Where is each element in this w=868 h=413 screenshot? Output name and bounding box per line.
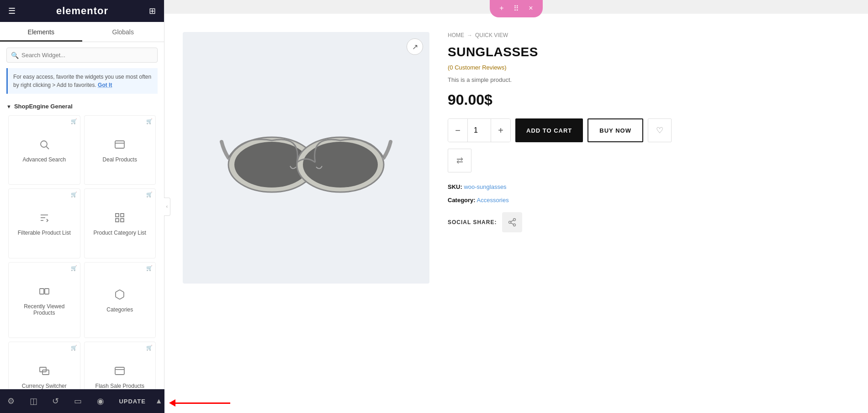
widget-corner-icon-6: 🛒 [146,265,153,271]
breadcrumb-home[interactable]: HOME [448,32,464,38]
recently-viewed-icon [39,286,50,300]
widget-label-filterable: Filterable Product List [18,230,71,236]
category-label: Category: [448,197,476,204]
search-bar-container: 🔍 [0,42,164,68]
svg-point-17 [513,224,516,226]
collapse-arrow-icon: ▼ [6,104,11,109]
add-to-cart-row: − + ADD TO CART BUY NOW ♡ [448,118,850,142]
search-input[interactable] [6,48,158,63]
svg-line-18 [511,223,514,224]
compare-row: ⇄ [448,149,850,172]
main-content: + ⠿ × ↗ [164,0,868,413]
advanced-search-icon [39,139,50,153]
widget-label-advanced-search: Advanced Search [22,156,66,163]
info-box: For easy access, favorite the widgets yo… [6,68,158,94]
currency-switcher-icon [39,365,50,379]
svg-rect-7 [45,289,49,294]
top-toolbar: + ⠿ × [490,0,543,17]
svg-point-16 [509,221,511,223]
expand-image-button[interactable]: ↗ [407,38,423,55]
add-to-cart-button[interactable]: ADD TO CART [515,118,583,142]
svg-point-15 [513,218,516,220]
widget-label-currency-switcher: Currency Switcher [22,383,67,389]
product-price: 90.00$ [448,91,850,108]
svg-point-14 [303,142,378,188]
settings-icon[interactable]: ⚙ [2,392,20,410]
widget-product-category-list[interactable]: 🛒 Product Category List [84,188,156,258]
svg-line-19 [511,220,514,221]
svg-rect-10 [115,367,124,375]
widget-corner-icon-8: 🛒 [146,345,153,351]
product-reviews[interactable]: (0 Customer Reviews) [448,64,850,71]
widget-label-category-list: Product Category List [94,230,146,236]
widget-filterable-product-list[interactable]: 🛒 Filterable Product List [8,188,80,258]
widget-advanced-search[interactable]: 🛒 Advanced Search [8,115,80,185]
sku-value: woo-sunglasses [464,183,506,190]
wishlist-button[interactable]: ♡ [648,118,672,142]
widget-corner-icon-2: 🛒 [146,118,153,124]
widget-label-deal-products: Deal Products [103,156,137,163]
layers-icon[interactable]: ◫ [24,392,42,410]
svg-rect-8 [40,367,46,372]
widget-label-recently-viewed: Recently Viewed Products [12,303,76,316]
toolbar-close-button[interactable]: × [524,2,537,15]
collapse-handle[interactable]: ‹ [164,198,170,216]
tab-elements[interactable]: Elements [0,22,82,42]
breadcrumb: HOME → QUICK VIEW [448,32,850,38]
chevron-up-icon[interactable]: ▲ [155,397,163,405]
social-share-row: SOCIAL SHARE: [448,212,850,232]
quantity-control: − + [448,118,511,142]
quantity-decrease-button[interactable]: − [448,118,467,142]
widget-categories[interactable]: 🛒 Categories [84,262,156,338]
svg-rect-2 [115,141,124,148]
widget-recently-viewed[interactable]: 🛒 Recently Viewed Products [8,262,80,338]
widget-corner-icon-5: 🛒 [71,265,77,271]
eye-icon[interactable]: ◉ [91,392,110,410]
widget-deal-products[interactable]: 🛒 Deal Products [84,115,156,185]
widget-corner-icon-7: 🛒 [71,345,77,351]
breadcrumb-separator: → [467,32,472,38]
product-category: Category: Accessories [448,195,850,205]
hamburger-icon[interactable]: ☰ [8,6,16,16]
quantity-input[interactable] [467,118,491,142]
breadcrumb-current: QUICK VIEW [475,32,508,38]
logo: elementor [56,5,108,17]
svg-rect-6 [40,289,44,294]
compare-button[interactable]: ⇄ [448,149,471,172]
section-label: ShopEngine General [14,103,73,110]
sku-label: SKU: [448,183,462,190]
product-title: SUNGLASSES [448,45,850,59]
product-area: ↗ [164,14,868,413]
section-title[interactable]: ▼ ShopEngine General [0,99,164,113]
widget-corner-icon-3: 🛒 [71,192,77,198]
product-image [219,107,393,208]
product-description: This is a simple product. [448,76,850,83]
update-button[interactable]: UPDATE [113,398,151,405]
toolbar-add-button[interactable]: + [495,2,508,15]
social-share-label: SOCIAL SHARE: [448,219,497,225]
tab-globals[interactable]: Globals [82,22,164,42]
categories-icon [114,289,125,303]
grid-icon[interactable]: ⊞ [149,6,156,16]
toolbar-move-button[interactable]: ⠿ [510,2,523,15]
widgets-grid: 🛒 Advanced Search 🛒 Deal Products 🛒 Filt… [0,113,164,413]
flash-sale-icon [114,365,125,379]
category-value: Accessories [477,197,509,204]
product-details: HOME → QUICK VIEW SUNGLASSES (0 Customer… [448,32,850,413]
widget-corner-icon-4: 🛒 [146,192,153,198]
quantity-increase-button[interactable]: + [491,118,510,142]
got-it-link[interactable]: Got It [98,82,112,88]
social-share-icon[interactable] [502,212,522,232]
svg-rect-9 [42,370,49,375]
category-list-icon [114,212,125,226]
svg-line-1 [46,147,49,150]
sidebar-tabs: Elements Globals [0,22,164,42]
buy-now-button[interactable]: BUY NOW [587,118,643,142]
deal-products-icon [114,139,125,153]
history-icon[interactable]: ↺ [47,392,65,410]
product-sku: SKU: woo-sunglasses [448,182,850,192]
responsive-icon[interactable]: ▭ [69,392,87,410]
sidebar: ☰ elementor ⊞ Elements Globals 🔍 For eas… [0,0,164,413]
info-text: For easy access, favorite the widgets yo… [13,74,151,88]
widget-label-categories: Categories [106,306,133,313]
